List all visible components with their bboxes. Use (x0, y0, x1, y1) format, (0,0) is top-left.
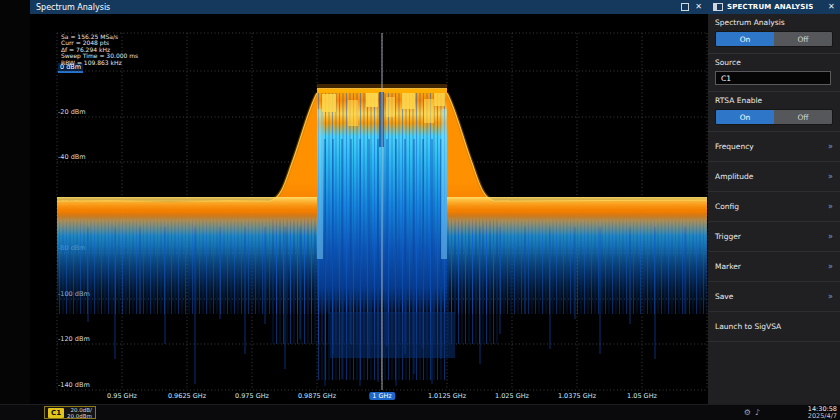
x-axis-label-2: 0.975 GHz (235, 392, 269, 400)
rtsa-off-button[interactable]: Off (774, 110, 832, 124)
source-select[interactable]: C1 (715, 71, 831, 85)
chevron-right-icon: » (828, 202, 833, 211)
rtsa-toggle: On Off (715, 109, 833, 125)
x-axis-label-5: 1.0125 GHz (428, 392, 466, 400)
source-label: Source (715, 58, 833, 67)
channel-c1-button[interactable]: C1 20.0dB/ 20.0dBm (44, 406, 96, 419)
menu-item-config[interactable]: Config » (708, 192, 840, 222)
chevron-right-icon: » (828, 172, 833, 181)
spectrum-analysis-off-button[interactable]: Off (774, 32, 832, 46)
x-axis-label-8: 1.05 GHz (627, 392, 657, 400)
menu-item-label: Amplitude (715, 172, 753, 181)
x-axis-label-3: 0.9875 GHz (298, 392, 336, 400)
channel-offset: 20.0dBm (67, 413, 92, 419)
chevron-right-icon: » (828, 262, 833, 271)
x-axis-label-0: 0.95 GHz (107, 392, 137, 400)
spectrum-window: Spectrum Analysis ✕ 0 dBm -20 dBm -40 dB… (30, 0, 708, 404)
sound-icon[interactable]: ♪ (755, 408, 760, 417)
chevron-right-icon: » (828, 292, 833, 301)
channel-values: 20.0dB/ 20.0dBm (67, 407, 92, 419)
chevron-right-icon: » (828, 232, 833, 241)
panel-titlebar: SPECTRUM ANALYSIS ✕ (708, 0, 840, 14)
menu-item-label: Save (715, 292, 733, 301)
expand-icon[interactable] (681, 3, 689, 11)
x-axis-label-6: 1.025 GHz (495, 392, 529, 400)
menu-item-launch-sigvsa[interactable]: Launch to SigVSA (708, 312, 840, 342)
clock: 14:30:58 2025/4/7 (808, 406, 837, 420)
gear-icon[interactable]: ⚙ (744, 408, 751, 417)
rtsa-on-button[interactable]: On (716, 110, 774, 124)
spectrum-settings-panel: SPECTRUM ANALYSIS ✕ Spectrum Analysis On… (708, 0, 840, 404)
screen: Spectrum Analysis ✕ 0 dBm -20 dBm -40 dB… (0, 0, 840, 420)
spectrum-canvas (30, 14, 708, 404)
menu-item-label: Marker (715, 262, 741, 271)
rtsa-toggle-section: RTSA Enable On Off (708, 92, 840, 132)
menu-item-trigger[interactable]: Trigger » (708, 222, 840, 252)
window-header-icons: ✕ (681, 3, 702, 11)
window-title: Spectrum Analysis (36, 3, 110, 12)
menu-item-label: Frequency (715, 142, 754, 151)
menu-item-label: Trigger (715, 232, 741, 241)
spectrum-analysis-toggle-label: Spectrum Analysis (715, 18, 833, 27)
panel-close-icon[interactable]: ✕ (828, 3, 835, 11)
chevron-right-icon: » (828, 142, 833, 151)
info-rbw: RBW = 109.863 kHz (61, 60, 138, 66)
spectrum-plot[interactable]: 0 dBm -20 dBm -40 dBm -60 dBm -80 dBm -1… (30, 14, 708, 404)
x-axis-label-center-freq: 1 GHz (369, 392, 395, 400)
rtsa-toggle-label: RTSA Enable (715, 96, 833, 105)
clock-date: 2025/4/7 (808, 413, 837, 420)
menu-item-label: Launch to SigVSA (715, 322, 781, 331)
x-axis-label-7: 1.0375 GHz (558, 392, 596, 400)
menu-item-save[interactable]: Save » (708, 282, 840, 312)
menu-item-frequency[interactable]: Frequency » (708, 132, 840, 162)
panel-icon (713, 3, 723, 11)
channel-badge: C1 (48, 408, 64, 418)
spectrum-analysis-toggle-section: Spectrum Analysis On Off (708, 14, 840, 54)
panel-title: SPECTRUM ANALYSIS (727, 3, 814, 11)
x-axis-label-1: 0.9625 GHz (168, 392, 206, 400)
menu-item-marker[interactable]: Marker » (708, 252, 840, 282)
status-bar: C1 20.0dB/ 20.0dBm ⚙ ♪ 14:30:58 2025/4/7 (0, 404, 840, 420)
source-value: C1 (721, 74, 731, 83)
source-section: Source C1 (708, 54, 840, 92)
close-icon[interactable]: ✕ (695, 3, 702, 11)
acquisition-info: Sa = 156.25 MSa/s Curr = 2048 pts Δf = 7… (61, 34, 138, 66)
status-icons: ⚙ ♪ (744, 408, 760, 417)
menu-item-amplitude[interactable]: Amplitude » (708, 162, 840, 192)
menu-item-label: Config (715, 202, 739, 211)
window-titlebar[interactable]: Spectrum Analysis ✕ (30, 0, 708, 14)
spectrum-analysis-on-button[interactable]: On (716, 32, 774, 46)
spectrum-analysis-toggle: On Off (715, 31, 833, 47)
